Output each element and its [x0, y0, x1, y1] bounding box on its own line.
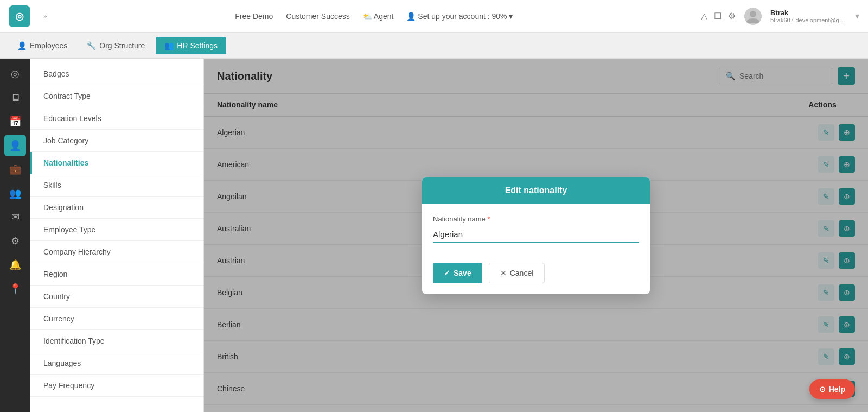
tab-employees-label: Employees	[30, 41, 67, 50]
topnav-link-agent[interactable]: ⛅ Agent	[363, 12, 394, 21]
svg-point-0	[750, 11, 756, 17]
username: Btrak	[770, 9, 846, 17]
tab-hrsettings-label: HR Settings	[177, 41, 218, 50]
required-indicator: *	[487, 215, 490, 223]
save-button[interactable]: ✓ Save	[433, 263, 482, 283]
settings-sidebar: Badges Contract Type Education Levels Jo…	[30, 59, 204, 412]
settings-item-country[interactable]: Country	[30, 286, 203, 308]
settings-item-payfrequency[interactable]: Pay Frequency	[30, 375, 203, 397]
avatar[interactable]	[744, 8, 762, 25]
cancel-button[interactable]: ✕ Cancel	[489, 263, 545, 283]
topnav-link-customersuccess[interactable]: Customer Success	[286, 12, 349, 21]
help-button[interactable]: ⊙ Help	[809, 379, 855, 399]
modal-body: Nationality name *	[422, 204, 650, 254]
sidebar-icon-briefcase[interactable]: 💼	[4, 159, 26, 180]
sidebar-icon-groups[interactable]: 👥	[4, 182, 26, 204]
settings-item-designation[interactable]: Designation	[30, 197, 203, 219]
sidebar-icon-display[interactable]: 🖥	[4, 87, 26, 109]
icon-sidebar: ◎ 🖥 📅 👤 💼 👥 ✉ ⚙ 🔔 📍	[0, 59, 30, 412]
sidebar-icon-settings[interactable]: ⚙	[4, 230, 26, 252]
modal-footer: ✓ Save ✕ Cancel	[422, 254, 650, 294]
app-logo[interactable]: ◎	[9, 5, 30, 27]
alert-icon[interactable]: △	[701, 11, 707, 21]
employees-icon: 👤	[17, 41, 27, 50]
topnav-right: △ ☐ ⚙ Btrak btrak607-development@gm... ▾	[701, 8, 859, 25]
tab-orgstructure-label: Org Structure	[99, 41, 145, 50]
tab-employees[interactable]: 👤 Employees	[9, 37, 76, 54]
settings-item-companyhierarchy[interactable]: Company Hierarchy	[30, 241, 203, 263]
settings-item-jobcategory[interactable]: Job Category	[30, 130, 203, 152]
settings-item-currency[interactable]: Currency	[30, 308, 203, 330]
hrsettings-icon: 👥	[164, 41, 174, 50]
checkmark-icon: ✓	[444, 269, 450, 277]
edit-nationality-modal: Edit nationality Nationality name * ✓ Sa…	[422, 177, 650, 294]
settings-icon[interactable]: ⚙	[728, 11, 736, 21]
settings-item-languages[interactable]: Languages	[30, 352, 203, 375]
field-label: Nationality name *	[433, 215, 639, 223]
modal-overlay[interactable]: Edit nationality Nationality name * ✓ Sa…	[204, 59, 868, 412]
topnav: ◎ » Free Demo Customer Success ⛅ Agent 👤…	[0, 0, 868, 33]
sidebar-icon-location[interactable]: 📍	[4, 278, 26, 300]
document-icon[interactable]: ☐	[714, 11, 722, 21]
settings-item-badges[interactable]: Badges	[30, 63, 203, 85]
settings-item-educationlevels[interactable]: Education Levels	[30, 107, 203, 130]
settings-item-identificationtype[interactable]: Identification Type	[30, 330, 203, 352]
close-icon: ✕	[500, 269, 507, 277]
nationality-name-input[interactable]	[433, 226, 639, 243]
tab-hrsettings[interactable]: 👥 HR Settings	[156, 37, 226, 54]
settings-item-nationalities[interactable]: Nationalities	[30, 152, 203, 174]
subnav: 👤 Employees 🔧 Org Structure 👥 HR Setting…	[0, 33, 868, 59]
topnav-icons: △ ☐ ⚙	[701, 11, 736, 21]
sidebar-icon-people[interactable]: 👤	[4, 135, 26, 156]
help-icon: ⊙	[819, 385, 826, 394]
settings-item-employeetype[interactable]: Employee Type	[30, 219, 203, 241]
settings-item-contracttype[interactable]: Contract Type	[30, 85, 203, 107]
settings-item-region[interactable]: Region	[30, 263, 203, 286]
topnav-link-setup[interactable]: 👤 Set up your account : 90% ▾	[406, 12, 513, 21]
sidebar-icon-dashboard[interactable]: ◎	[4, 63, 26, 85]
user-dropdown-chevron[interactable]: ▾	[855, 11, 859, 21]
topnav-link-freedemo[interactable]: Free Demo	[235, 12, 273, 21]
topnav-links: Free Demo Customer Success ⛅ Agent 👤 Set…	[60, 12, 688, 21]
orgstructure-icon: 🔧	[87, 41, 96, 50]
user-info: Btrak btrak607-development@gm...	[770, 9, 846, 23]
sidebar-icon-calendar[interactable]: 📅	[4, 111, 26, 132]
nav-chevron: »	[43, 12, 47, 20]
sidebar-icon-alerts[interactable]: 🔔	[4, 254, 26, 276]
modal-header: Edit nationality	[422, 177, 650, 204]
sidebar-icon-mail[interactable]: ✉	[4, 206, 26, 228]
settings-item-skills[interactable]: Skills	[30, 174, 203, 197]
content-area: Nationality 🔍 + Nationality name Actions…	[204, 59, 868, 412]
main-layout: ◎ 🖥 📅 👤 💼 👥 ✉ ⚙ 🔔 📍 Badges Contract Type…	[0, 59, 868, 412]
user-email: btrak607-development@gm...	[770, 17, 846, 23]
tab-orgstructure[interactable]: 🔧 Org Structure	[78, 37, 154, 54]
